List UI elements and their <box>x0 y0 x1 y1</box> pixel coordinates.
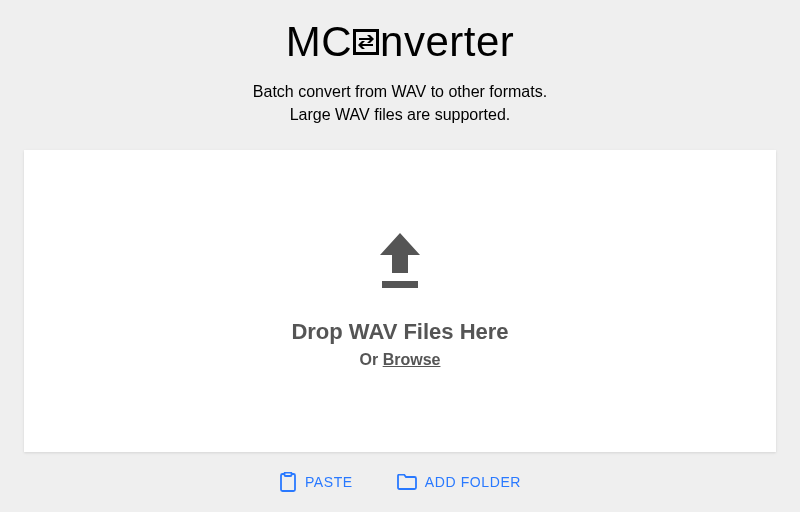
svg-rect-0 <box>382 281 418 288</box>
actions-bar: PASTE ADD FOLDER <box>279 472 521 492</box>
logo-text-pre: MC <box>286 18 352 66</box>
upload-icon <box>375 233 425 289</box>
dropzone-title: Drop WAV Files Here <box>291 319 508 345</box>
subtitle: Batch convert from WAV to other formats.… <box>253 80 547 126</box>
svg-rect-2 <box>284 473 291 477</box>
convert-icon <box>353 29 379 55</box>
header: MC nverter Batch convert from WAV to oth… <box>253 0 547 150</box>
add-folder-button[interactable]: ADD FOLDER <box>397 472 521 492</box>
clipboard-icon <box>279 472 297 492</box>
dropzone-or: Or <box>360 351 383 368</box>
dropzone-subtitle: Or Browse <box>360 351 441 369</box>
folder-icon <box>397 474 417 490</box>
subtitle-line1: Batch convert from WAV to other formats. <box>253 80 547 103</box>
paste-button[interactable]: PASTE <box>279 472 353 492</box>
file-dropzone[interactable]: Drop WAV Files Here Or Browse <box>24 150 776 452</box>
browse-link[interactable]: Browse <box>383 351 441 368</box>
logo-text-post: nverter <box>380 18 514 66</box>
app-logo: MC nverter <box>253 18 547 66</box>
subtitle-line2: Large WAV files are supported. <box>253 103 547 126</box>
paste-label: PASTE <box>305 474 353 490</box>
add-folder-label: ADD FOLDER <box>425 474 521 490</box>
